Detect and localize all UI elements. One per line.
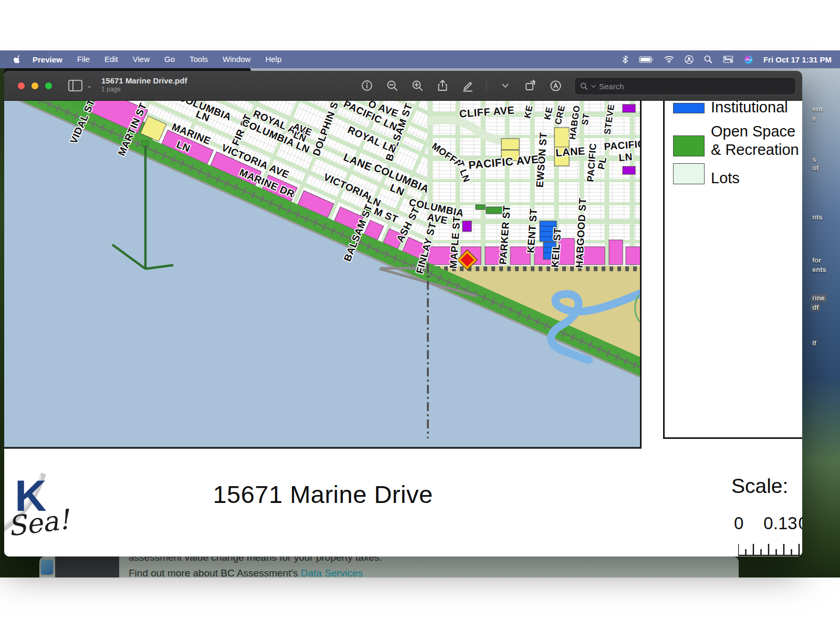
user-account-icon[interactable] [685,55,694,64]
menu-item-preview[interactable]: Preview [25,55,70,64]
desktop-icon-label[interactable]: e [811,114,817,122]
browser-text-line2-prefix: Find out more about BC Assessment's [129,568,301,578]
bluetooth-icon[interactable] [622,55,628,64]
legend-swatch-open-space [673,135,705,156]
highlight-annotation-button[interactable] [549,78,562,93]
menu-item-edit[interactable]: Edit [97,55,125,64]
share-button[interactable] [436,78,449,93]
rotate-button[interactable] [523,78,537,93]
chevron-down-icon: ⌄ [87,82,92,89]
street-label: LANE [555,145,586,159]
menu-item-file[interactable]: File [70,55,97,64]
browser-chrome-edge [55,556,119,578]
scale-bar [738,543,802,556]
street-label: LN [618,151,633,163]
browser-text-line2: Find out more about BC Assessment's Data… [129,568,363,578]
menu-item-view[interactable]: View [125,55,157,64]
desktop-icon-label[interactable]: lf [811,339,818,347]
desktop-icon-label[interactable]: s [811,155,817,163]
document-title: 15671 Marine Drive.pdf [101,76,187,85]
browser-text-line1: assessment value change means for your p… [129,556,382,563]
search-icon [580,82,588,90]
window-title-block: 15671 Marine Drive.pdf 1 page [101,76,187,93]
pdf-page-title: 15671 Marine Drive [4,480,642,509]
apple-menu-icon[interactable] [9,55,25,64]
menu-bar: Preview FileEditViewGoToolsWindowHelp Fr… [0,50,840,68]
pier-base [142,141,149,146]
scale-values: 0 0.13 0.2 [734,513,802,533]
minimize-button[interactable] [32,82,38,89]
zoom-out-button[interactable] [385,78,399,93]
window-titlebar[interactable]: ⌄ 15671 Marine Drive.pdf 1 page [4,71,802,101]
zoom-in-button[interactable] [411,78,424,93]
legend-label-open-space: Open Space [711,123,795,140]
siri-icon[interactable] [744,55,753,64]
scale-value-2: 0.2 [799,513,802,533]
legend-label-recreation: & Recreation [711,141,799,159]
data-services-link[interactable]: Data Services [301,568,363,578]
map-legend: Institutional Open Space & Recreation Lo… [663,101,802,439]
desktop-icon-label[interactable]: df [811,303,820,311]
battery-icon[interactable] [639,56,654,63]
menu-item-tools[interactable]: Tools [182,55,215,64]
desktop-icon-label[interactable]: ot [811,164,820,172]
wifi-icon[interactable] [664,56,674,63]
toolbar-divider [486,80,487,91]
screenshot-root: { "menu_bar": { "app": "Preview", "items… [0,0,840,630]
control-center-icon[interactable] [723,56,733,63]
legend-label-institutional: Institutional [711,99,788,116]
scale-value-0: 0 [734,513,743,533]
spotlight-search-icon[interactable] [704,55,712,64]
sidebar-toggle-button[interactable]: ⌄ [68,80,92,91]
street-label: ST [580,112,592,126]
close-button[interactable] [18,82,25,89]
browser-page-icon [41,560,53,574]
search-scope-chevron-icon [591,85,596,88]
pdf-content-area[interactable]: VIDAL STMARTIN STFIR STDOLPHIN STBALSAM … [4,101,802,556]
search-field[interactable]: Search [574,77,796,95]
markup-button[interactable] [461,78,475,93]
scale-label: Scale: [731,475,788,498]
menu-clock[interactable]: Fri Oct 17 1:31 PM [763,55,832,64]
legend-swatch-institutional [673,103,705,113]
menu-item-help[interactable]: Help [258,55,289,64]
info-button[interactable] [360,78,374,93]
menu-item-go[interactable]: Go [157,55,182,64]
preview-window: ⌄ 15671 Marine Drive.pdf 1 page [4,71,802,556]
sidebar-icon [68,80,82,91]
desktop-icon-label[interactable]: rine [811,294,826,302]
menu-item-window[interactable]: Window [215,55,258,64]
desktop-icon-label[interactable]: ent [811,105,824,113]
legend-swatch-lots [673,163,705,184]
zoning-map[interactable]: VIDAL STMARTIN STFIR STDOLPHIN STBALSAM … [4,101,642,449]
desktop-icon-label[interactable]: ents [811,266,828,274]
menu-left: Preview FileEditViewGoToolsWindowHelp [0,55,289,64]
legend-label-lots: Lots [711,170,740,187]
page-count: 1 page [101,86,187,93]
desktop-icon-label[interactable]: for [811,256,823,264]
toolbar [360,78,587,93]
scale-value-1: 0.13 [763,513,797,533]
markup-dropdown-chevron[interactable] [498,78,512,93]
search-placeholder: Search [599,82,624,91]
background-browser-window: assessment value change means for your p… [39,556,739,578]
desktop-icon-label[interactable]: nts [811,213,824,221]
menu-status-area: Fri Oct 17 1:31 PM [622,55,840,64]
zoom-window-button[interactable] [45,82,52,89]
